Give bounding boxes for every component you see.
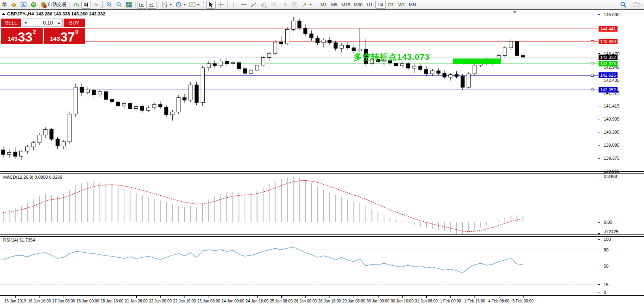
axis-tick-label: 50 [604,263,608,269]
axis-tick-label: -0.2425 [604,229,618,234]
axis-tick-mark [598,266,600,266]
macd-axis[interactable]: 0.84680.00-0.2425 [598,174,644,234]
toolbar-separator [158,1,158,8]
time-tick-mark [305,296,306,298]
zoom-in-icon[interactable] [104,1,114,9]
macd-indicator-label: MACD(12,26,9) 0.0900 0.0269 [3,175,62,179]
sell-quote[interactable]: 143 33 2 [1,28,43,44]
buy-button[interactable]: BUY [64,19,85,27]
equidistant-channel-tool-icon[interactable]: E [259,1,269,9]
autotrading-button[interactable]: 自动交易 [39,1,68,9]
toolbar-grip[interactable] [203,1,205,8]
axis-tick-mark [598,106,600,106]
market-watch-icon[interactable] [9,1,19,9]
axis-tick-label: 141.415 [604,103,620,109]
volume-increase-button[interactable] [55,19,62,26]
volume-decrease-button[interactable] [22,19,29,26]
chart-shift-icon[interactable] [147,1,156,9]
macd-pane[interactable]: MACD(12,26,9) 0.0900 0.0269 [0,174,598,234]
axis-tick-label: 140.395 [604,129,620,135]
horizontal-line-tool-icon[interactable] [239,1,249,9]
periods-clock-icon[interactable] [174,1,187,9]
cursor-tool-icon[interactable] [206,1,216,9]
auto-scroll-icon[interactable] [137,1,147,9]
rsi-axis[interactable]: 1008050150 [598,237,644,295]
trendline-tool-icon[interactable] [249,1,258,9]
search-icon[interactable] [618,1,628,9]
bar-chart-type-icon[interactable] [72,1,81,9]
price-pane[interactable]: GBPJPY-,H4 143.280 143.338 143.260 143.3… [0,10,598,171]
axis-tick-mark [598,132,600,132]
time-tick-mark [499,296,499,298]
time-tick-mark [257,296,258,298]
axis-tick-label: 80 [604,247,608,253]
axis-tick-label: 0 [604,290,606,295]
arrows-tool-icon[interactable] [300,1,313,9]
new-order-button[interactable]: 单 [0,1,9,9]
timeframe-w1-button[interactable]: W1 [397,1,407,9]
text-label-tool-icon[interactable]: T [290,1,299,9]
timeframe-h1-button[interactable]: H1 [365,1,375,9]
collapse-trade-panel-icon[interactable] [2,13,5,15]
vertical-line-tool-icon[interactable] [229,1,239,9]
axis-tick-mark [598,14,600,15]
timeframe-m1-button[interactable]: M1 [318,1,329,9]
macd-chart[interactable] [0,174,598,234]
autotrading-label: 自动交易 [47,1,66,8]
signals-icon[interactable] [29,1,38,9]
timeframe-m30-button[interactable]: M30 [352,1,364,9]
price-line-label: 143.939 [599,39,618,44]
crosshair-tool-icon[interactable] [216,1,226,9]
time-tick-mark [426,296,427,298]
axis-tick-label: 139.375 [604,155,620,161]
volume-spinner [22,19,63,27]
time-tick-mark [450,296,451,298]
toolbar-separator [227,1,228,8]
buy-price-pip: 0 [75,28,78,34]
sell-price-big: 33 [18,32,32,43]
line-chart-type-icon[interactable] [91,1,101,9]
dropdown-caret-icon [183,4,186,6]
main-toolbar: 单 自动交易 [0,0,644,9]
rsi-chart[interactable] [0,237,598,295]
axis-tick-mark [598,53,600,54]
chevron-down-icon [24,22,27,24]
templates-icon[interactable] [188,1,201,9]
price-axis[interactable]: 145.000143.470142.945142.435141.925141.4… [598,10,644,171]
text-tool-icon[interactable]: A [280,1,290,9]
volume-input[interactable] [29,19,55,26]
autotrading-globe-icon [40,2,47,8]
candlestick-chart[interactable] [0,10,598,171]
svg-text:T: T [294,3,296,7]
price-line-label: 142.625 [599,72,618,78]
toolbar-grip[interactable] [315,1,317,8]
timeframe-m5-button[interactable]: M5 [329,1,339,9]
candlestick-chart-type-icon[interactable] [81,1,91,9]
sell-button[interactable]: SELL [1,19,21,27]
chart-shift-marker-icon[interactable] [513,11,517,14]
timeframe-mn-button[interactable]: MN [407,1,418,9]
time-axis[interactable]: 16 Jan 201916 Jan 16:0017 Jan 08:0018 Ja… [0,295,644,305]
timeframe-d1-button[interactable]: D1 [386,1,396,9]
price-line-label: 143.073 [599,61,618,66]
time-tick-mark [378,296,378,298]
axis-tick-mark [598,119,600,119]
fibonacci-tool-icon[interactable]: F [269,1,280,9]
chart-annotation-text: 多空转折点143.073 [354,51,430,62]
zoom-out-icon[interactable] [114,1,124,9]
buy-price-prefix: 143 [50,36,60,42]
chat-icon[interactable] [631,1,642,9]
indicators-list-icon[interactable] [160,1,173,9]
time-tick-label: 5 Feb 00:00 [508,299,538,303]
new-chart-icon[interactable] [19,1,28,9]
axis-tick-mark [598,158,600,159]
timeframe-h4-button[interactable]: H4 [375,1,386,9]
axis-tick-mark [598,176,600,176]
time-tick-mark [185,296,185,298]
buy-quote[interactable]: 143 37 0 [44,28,85,44]
price-line-label: 143.332 [599,55,618,60]
tile-windows-icon[interactable] [124,1,134,9]
sell-price-pip: 2 [33,28,36,34]
rsi-pane[interactable]: RSI(14) 51.7354 [0,237,598,295]
timeframe-m15-button[interactable]: M15 [340,1,352,9]
